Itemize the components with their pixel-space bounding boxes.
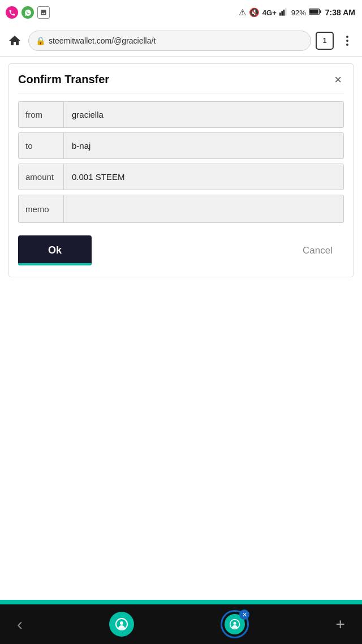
image-icon xyxy=(37,6,50,19)
svg-rect-3 xyxy=(285,8,287,15)
nav-circle-icon-1[interactable] xyxy=(109,612,134,637)
memo-label: memo xyxy=(19,195,64,222)
network-label: 4G+ xyxy=(262,8,277,17)
button-row: Ok Cancel xyxy=(18,235,344,265)
url-text: steemitwallet.com/@graciella/t xyxy=(49,36,156,45)
to-row: to b-naj xyxy=(18,132,344,159)
from-value: graciella xyxy=(64,102,343,127)
status-right: ⚠ 🔇 4G+ 92% 7:38 AM xyxy=(239,7,355,18)
dialog-divider xyxy=(18,93,344,93)
menu-dot xyxy=(346,36,348,38)
amount-label: amount xyxy=(19,164,64,190)
svg-rect-5 xyxy=(320,10,321,13)
url-bar[interactable]: 🔒 steemitwallet.com/@graciella/t xyxy=(28,31,311,51)
home-button[interactable] xyxy=(6,32,24,50)
nav-circle-icon-2[interactable]: ✕ xyxy=(221,610,249,638)
dialog-header: Confirm Transfer × xyxy=(18,73,344,86)
browser-menu-button[interactable] xyxy=(338,32,356,50)
svg-point-8 xyxy=(120,621,123,625)
lock-icon: 🔒 xyxy=(36,36,45,45)
battery-label: 92% xyxy=(291,8,306,17)
to-label: to xyxy=(19,133,64,158)
back-arrow-button[interactable]: ‹ xyxy=(17,615,23,634)
svg-point-10 xyxy=(234,622,236,625)
plus-button[interactable]: + xyxy=(336,615,345,633)
empty-space xyxy=(0,284,362,476)
phone-icon xyxy=(6,6,18,19)
to-value: b-naj xyxy=(64,133,343,158)
memo-row: memo xyxy=(18,195,344,223)
menu-dot xyxy=(346,40,348,42)
svg-rect-2 xyxy=(283,10,285,16)
ok-button[interactable]: Ok xyxy=(18,235,92,265)
alert-icon: ⚠ xyxy=(239,7,246,18)
whatsapp-icon xyxy=(21,6,34,19)
status-icons xyxy=(6,6,50,19)
svg-rect-1 xyxy=(281,11,283,15)
time-display: 7:38 AM xyxy=(325,8,355,17)
from-row: from graciella xyxy=(18,101,344,128)
cancel-button[interactable]: Cancel xyxy=(291,239,344,262)
signal-bars-icon xyxy=(279,8,288,18)
battery-icon xyxy=(309,8,321,17)
confirm-transfer-dialog: Confirm Transfer × from graciella to b-n… xyxy=(8,63,354,277)
mute-icon: 🔇 xyxy=(249,7,260,18)
close-button[interactable]: × xyxy=(332,74,344,86)
tabs-button[interactable]: 1 xyxy=(316,32,334,50)
memo-value[interactable] xyxy=(64,195,343,222)
svg-rect-6 xyxy=(309,10,318,14)
badge-x: ✕ xyxy=(239,609,249,620)
svg-rect-0 xyxy=(279,12,281,15)
dialog-title: Confirm Transfer xyxy=(18,73,109,86)
bottom-nav-bar: ‹ ✕ + xyxy=(0,604,362,644)
amount-row: amount 0.001 STEEM xyxy=(18,164,344,190)
teal-accent-bar xyxy=(0,600,362,604)
amount-value: 0.001 STEEM xyxy=(64,164,343,190)
status-bar: ⚠ 🔇 4G+ 92% 7:38 AM xyxy=(0,0,362,25)
browser-bar: 🔒 steemitwallet.com/@graciella/t 1 xyxy=(0,25,362,57)
menu-dot xyxy=(346,44,348,46)
from-label: from xyxy=(19,102,64,127)
